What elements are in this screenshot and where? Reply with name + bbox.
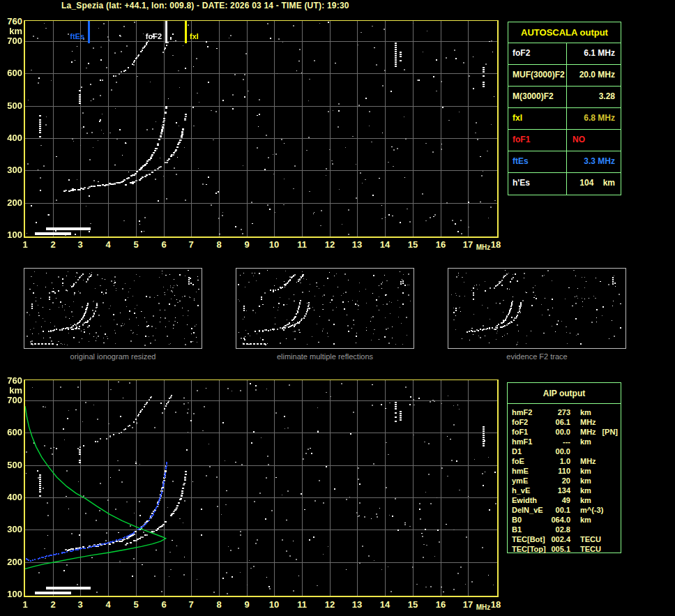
aip-extra — [618, 505, 621, 515]
x-axis-tick-label: 5 — [128, 240, 144, 250]
aip-unit: TECU — [570, 544, 601, 554]
aip-unit: MHz — [570, 456, 596, 466]
aip-value: --- — [548, 437, 570, 446]
aip-value: 064.0 — [548, 515, 570, 525]
aip-label: D1 — [508, 446, 548, 456]
aip-unit: MHz — [570, 427, 596, 437]
MUF3000F2-label: MUF(3000)F2 — [508, 65, 567, 86]
thumbnail-caption-eliminate: eliminate multiple reflections — [236, 352, 414, 361]
aip-row-hmE: hmE110km — [508, 466, 621, 476]
aip-unit: km — [570, 515, 591, 525]
aip-row-foF2: foF206.1MHz — [508, 417, 621, 427]
aip-label: foF2 — [508, 417, 548, 427]
aip-value: 273 — [548, 407, 570, 417]
y-axis-unit-label: km — [1, 386, 22, 396]
thumbnail-original-ionogram — [24, 268, 202, 349]
foF2-value: 6.1 MHz — [567, 43, 621, 64]
x-axis-tick-label: 9 — [238, 600, 255, 610]
aip-row-B0: B0064.0km — [508, 515, 621, 525]
autoscala-output-table: AUTOSCALA output foF2 6.1 MHz MUF(3000)F… — [508, 22, 621, 195]
aip-extra — [618, 417, 621, 427]
x-axis-tick-label: 14 — [377, 600, 393, 610]
x-axis-tick-label: 16 — [432, 600, 449, 610]
x-axis-tick-label: 3 — [72, 240, 89, 250]
x-axis-tick-label: 10 — [266, 600, 282, 610]
aip-unit: km — [570, 495, 591, 505]
aip-row-TECBot: TEC[Bot]002.4TECU — [508, 534, 621, 544]
x-axis-tick-label: 1 — [17, 240, 33, 250]
y-axis-tick-label: 100 — [1, 589, 22, 599]
aip-extra — [618, 437, 621, 446]
aip-value: 02.8 — [548, 525, 570, 534]
aip-extra — [618, 525, 621, 534]
aip-unit: km — [570, 437, 591, 446]
y-axis-tick-label: 400 — [1, 133, 22, 143]
thumbnail-caption-evidence: evidence F2 trace — [448, 352, 626, 361]
aip-row-hmF1: hmF1---km — [508, 437, 621, 446]
aip-extra — [618, 486, 621, 495]
aip-extra — [618, 456, 621, 466]
aip-row-DelN_vE: DelN_vE00.1m^(-3) — [508, 505, 621, 515]
aip-extra — [618, 446, 621, 456]
x-axis-tick-label: 1 — [17, 600, 33, 610]
table-row-fxI: fxI 6.8 MHz — [508, 108, 621, 130]
ionogram-plot-top — [24, 20, 499, 238]
aip-value: 00.0 — [548, 446, 570, 456]
table-row-M3000F2: M(3000)F2 3.28 — [508, 87, 621, 108]
x-axis-tick-label: 7 — [183, 240, 199, 250]
thumbnail-canvas-eliminate — [236, 269, 414, 348]
aip-label: DelN_vE — [508, 505, 548, 515]
aip-extra — [618, 466, 621, 476]
ionogram-plot-bottom — [24, 380, 499, 597]
aip-row-h_vE: h_vE134km — [508, 486, 621, 495]
x-axis-tick-label: 4 — [100, 240, 116, 250]
aip-output-table: AIP output hmF2273km foF206.1MHz foF100.… — [507, 382, 621, 553]
aip-row-B1: B102.8 — [508, 525, 621, 534]
x-axis-tick-label: 11 — [294, 600, 310, 610]
aip-unit: km — [570, 407, 591, 417]
aip-label: hmF1 — [508, 437, 548, 446]
aip-extra — [618, 544, 621, 554]
y-axis-tick-label: 300 — [1, 525, 22, 534]
y-axis-tick-label: 400 — [1, 493, 22, 502]
aip-value: 1.0 — [548, 456, 570, 466]
aip-value: 134 — [548, 486, 570, 495]
aip-row-TECTop: TEC[Top]005.1TECU — [508, 544, 621, 554]
x-axis-tick-label: 14 — [377, 240, 393, 250]
aip-row-foE: foE1.0MHz — [508, 456, 621, 466]
x-axis-tick-label: 12 — [321, 600, 338, 610]
aip-label: hmF2 — [508, 407, 548, 417]
aip-label: B1 — [508, 525, 548, 534]
aip-table-header: AIP output — [508, 383, 621, 404]
x-axis-unit-label: MHz — [474, 603, 492, 612]
autoscala-table-header: AUTOSCALA output — [508, 22, 621, 43]
x-axis-tick-label: 3 — [72, 600, 89, 610]
thumbnail-evidence-f2 — [448, 268, 626, 349]
aip-label: foE — [508, 456, 548, 466]
aip-extra: [PN] — [602, 427, 621, 437]
aip-unit: MHz — [570, 417, 596, 427]
aip-unit: km — [570, 486, 591, 495]
aip-row-Ewidth: Ewidth49km — [508, 495, 621, 505]
y-axis-tick-label: 760 — [1, 17, 22, 27]
table-row-ftEs: ftEs 3.3 MHz — [508, 151, 621, 173]
x-axis-tick-label: 2 — [45, 240, 61, 250]
x-axis-tick-label: 10 — [266, 240, 282, 250]
foF1-value: NO — [567, 130, 621, 151]
aip-value: 00.0 — [548, 427, 570, 437]
x-axis-tick-label: 4 — [100, 600, 116, 610]
aip-extra — [618, 534, 621, 544]
y-axis-unit-label: km — [1, 27, 22, 36]
y-axis-tick-label: 200 — [1, 198, 22, 208]
aip-row-ymE: ymE20km — [508, 476, 621, 486]
aip-table-body: hmF2273km foF206.1MHz foF100.0MHz[PN] hm… — [508, 404, 621, 554]
aip-label: Ewidth — [508, 495, 548, 505]
aip-value: 20 — [548, 476, 570, 486]
aip-row-foF1: foF100.0MHz[PN] — [508, 427, 621, 437]
y-axis-tick-label: 760 — [1, 376, 22, 386]
y-axis-tick-label: 500 — [1, 460, 22, 470]
ftEs-value: 3.3 MHz — [567, 151, 621, 172]
aip-value: 110 — [548, 466, 570, 476]
x-axis-tick-label: 11 — [294, 240, 310, 250]
x-axis-tick-label: 6 — [156, 240, 172, 250]
